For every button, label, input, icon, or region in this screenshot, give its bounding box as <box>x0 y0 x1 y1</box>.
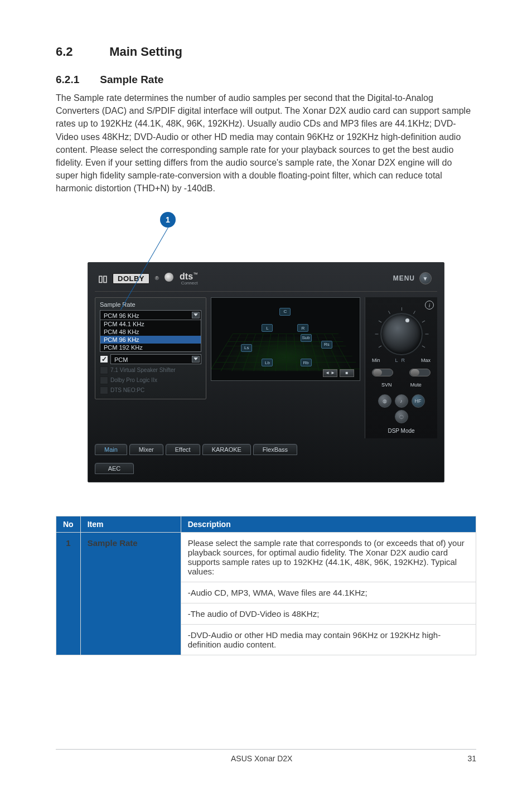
row1-p2: -Audio CD, MP3, WMA, Wave files are 44.1… <box>181 582 476 603</box>
body-paragraph: The Sample rate determines the number of… <box>56 91 476 195</box>
mute-toggle[interactable] <box>409 369 431 376</box>
volume-knob-wrap <box>380 313 423 355</box>
page-footer: ASUS Xonar D2X 31 <box>56 749 476 763</box>
dolby-registered: ® <box>155 276 159 281</box>
dts-neo-row[interactable]: DTS NEO:PC <box>100 386 201 394</box>
sample-rate-label: Sample Rate <box>100 301 201 308</box>
dsp-extra-icon[interactable]: ◌ <box>395 410 408 423</box>
output-format-combo[interactable]: PCM <box>110 354 201 364</box>
speaker-controls: ◄ ► ■ <box>323 369 354 377</box>
subsection-number: 6.2.1 <box>56 74 97 86</box>
dts-logo: dts™ Connect <box>165 272 198 286</box>
menu-dropdown-button[interactable]: ▼ <box>419 272 432 284</box>
dts-connect-label: Connect <box>181 281 198 286</box>
output-format-row: ✓ PCM <box>100 354 201 364</box>
app-screenshot: ▯▯ DOLBY ® dts™ Connect MENU ▼ Sample Ra… <box>88 262 444 482</box>
speaker-rb-icon[interactable]: Rb <box>301 359 312 366</box>
output-format-selected: PCM <box>114 356 128 363</box>
footer-product: ASUS Xonar D2X <box>231 754 293 763</box>
col-item: Item <box>80 516 181 532</box>
speaker-c-icon[interactable]: C <box>279 308 291 316</box>
dsp-headphone-icon[interactable]: ♪ <box>395 394 408 408</box>
rate-option[interactable]: PCM 48 KHz <box>100 328 201 336</box>
virtual-speaker-row[interactable]: 7.1 Virtual Speaker Shifter <box>100 366 201 374</box>
tab-row-2: AEC <box>95 461 437 474</box>
tab-karaoke[interactable]: KARAOKE <box>202 444 251 455</box>
toggle-row <box>369 369 434 376</box>
dolby-prologic-label: Dolby Pro Logic IIx <box>110 377 157 383</box>
tab-aec[interactable]: AEC <box>95 463 134 474</box>
output-format-check-icon[interactable]: ✓ <box>100 355 108 363</box>
row1-p1: Please select the sample rate that corre… <box>181 532 476 582</box>
stop-button[interactable]: ■ <box>340 369 354 377</box>
dolby-prologic-row[interactable]: Dolby Pro Logic IIx <box>100 376 201 384</box>
subsection-title: 6.2.1 Sample Rate <box>56 74 476 86</box>
dsp-row: ◍ ♪ HF <box>378 394 425 408</box>
sample-rate-selected: PCM 96 KHz <box>104 312 139 319</box>
dsp-globe-icon[interactable]: ◍ <box>378 394 391 408</box>
dolby-logo: DOLBY <box>113 273 149 284</box>
checkbox-icon[interactable] <box>100 386 108 394</box>
dsp-row-2: ◌ <box>395 410 408 423</box>
rate-option[interactable]: PCM 44.1 KHz <box>100 320 201 328</box>
description-table: No Item Description 1 Sample Rate Please… <box>56 516 476 655</box>
sample-rate-dropdown: PCM 44.1 KHz PCM 48 KHz PCM 96 KHz PCM 1… <box>100 320 201 352</box>
dsp-mode-label: DSP Mode <box>388 428 414 434</box>
menu-label: MENU <box>393 274 415 282</box>
row1-p3: -The audio of DVD-Video is 48KHz; <box>181 603 476 624</box>
volume-knob[interactable] <box>380 313 423 355</box>
virtual-speaker-label: 7.1 Virtual Speaker Shifter <box>110 367 176 373</box>
app-topbar: ▯▯ DOLBY ® dts™ Connect MENU ▼ <box>95 269 437 292</box>
speaker-3d-panel: C L R Sub Ls Rs Lb Rb ◄ ► ■ <box>211 297 360 381</box>
speaker-l-icon[interactable]: L <box>262 324 273 332</box>
section-title: 6.2 Main Setting <box>56 45 476 59</box>
dts-neo-label: DTS NEO:PC <box>110 387 144 393</box>
svn-toggle[interactable] <box>372 369 393 376</box>
speaker-ls-icon[interactable]: Ls <box>241 344 252 352</box>
dolby-logo-pre: ▯▯ <box>98 273 107 284</box>
rate-option[interactable]: PCM 192 KHz <box>100 344 201 351</box>
tab-mixer[interactable]: Mixer <box>129 444 163 455</box>
speaker-lb-icon[interactable]: Lb <box>262 359 273 366</box>
speaker-rs-icon[interactable]: Rs <box>321 341 332 349</box>
row1-p4: -DVD-Audio or other HD media may contain… <box>181 624 476 655</box>
col-description: Description <box>181 516 476 532</box>
speaker-sub-icon[interactable]: Sub <box>301 334 312 342</box>
speaker-r-icon[interactable]: R <box>297 324 308 332</box>
rate-option[interactable]: PCM 96 KHz <box>100 336 201 344</box>
toggle-label-row: SVN Mute <box>369 382 434 388</box>
left-pane: Sample Rate PCM 96 KHz PCM 44.1 KHz PCM … <box>95 297 206 438</box>
sample-rate-combo[interactable]: PCM 96 KHz <box>100 310 201 320</box>
tab-row: Main Mixer Effect KARAOKE FlexBass <box>95 444 437 455</box>
row1-item: Sample Rate <box>80 532 181 655</box>
dsp-hf-button[interactable]: HF <box>412 394 425 408</box>
tab-effect[interactable]: Effect <box>166 444 200 455</box>
app-body: Sample Rate PCM 96 KHz PCM 44.1 KHz PCM … <box>95 292 437 438</box>
checkbox-icon[interactable] <box>100 376 108 384</box>
subsection-heading: Sample Rate <box>100 74 163 85</box>
grid-3d <box>211 334 360 371</box>
checkbox-icon[interactable] <box>100 366 108 374</box>
svn-label: SVN <box>372 382 402 388</box>
row1-no: 1 <box>56 532 81 655</box>
rotate-button[interactable]: ◄ ► <box>323 369 337 377</box>
footer-page: 31 <box>467 754 476 763</box>
chevron-down-icon[interactable] <box>192 312 200 318</box>
sample-rate-panel: Sample Rate PCM 96 KHz PCM 44.1 KHz PCM … <box>95 297 206 399</box>
col-no: No <box>56 516 81 532</box>
chevron-down-icon[interactable] <box>192 356 200 363</box>
section-number: 6.2 <box>56 45 106 59</box>
menu-area: MENU ▼ <box>393 272 432 284</box>
callout-marker-1: 1 <box>160 212 176 228</box>
section-heading: Main Setting <box>109 45 182 59</box>
callout-wrap: 1 <box>88 212 444 251</box>
tab-main[interactable]: Main <box>95 444 127 455</box>
right-rail: i Min L R Max <box>365 297 437 438</box>
mute-label: Mute <box>402 382 431 388</box>
dts-disc-icon <box>165 273 173 282</box>
tab-flexbass[interactable]: FlexBass <box>253 444 297 455</box>
